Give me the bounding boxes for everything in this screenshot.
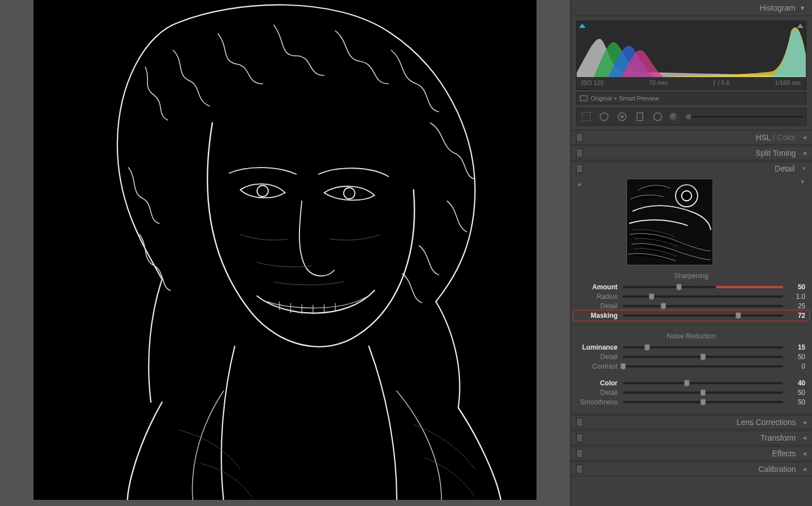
detail-slider[interactable] bbox=[623, 305, 783, 307]
sharpening-title: Sharpening bbox=[577, 272, 805, 280]
gradient-tool-icon[interactable] bbox=[634, 111, 646, 123]
histogram-header[interactable]: Histogram ▼ bbox=[571, 0, 812, 16]
detail-zoom-thumbnail[interactable] bbox=[626, 179, 713, 265]
smoothness-slider-row: Smoothness 50 bbox=[577, 398, 805, 406]
highlight-clip-icon[interactable] bbox=[797, 23, 804, 28]
image-preview[interactable] bbox=[34, 0, 536, 500]
masking-value[interactable]: 72 bbox=[789, 312, 805, 319]
color-detail-slider-row: Detail 50 bbox=[577, 389, 805, 397]
lens-corrections-label: Lens Corrections bbox=[583, 418, 799, 427]
exif-iso: ISO 125 bbox=[581, 79, 604, 86]
amount-value[interactable]: 50 bbox=[789, 283, 805, 291]
histogram[interactable]: ISO 125 70 mm ƒ / 5.6 1/160 sec bbox=[576, 21, 806, 90]
amount-label: Amount bbox=[577, 283, 618, 291]
radial-tool-icon[interactable] bbox=[652, 111, 664, 123]
calibration-label: Calibration bbox=[583, 465, 799, 474]
svg-point-6 bbox=[682, 191, 692, 201]
spot-tool-icon[interactable] bbox=[598, 111, 610, 123]
chevron-down-icon[interactable]: ▼ bbox=[800, 179, 805, 185]
panel-switch-icon[interactable] bbox=[576, 465, 583, 474]
contrast-label: Contrast bbox=[577, 362, 618, 370]
radius-label: Radius bbox=[577, 293, 618, 300]
detail-slider-value[interactable]: 25 bbox=[789, 302, 805, 310]
split-toning-header[interactable]: Split Toning ◀ bbox=[571, 146, 812, 160]
detail-slider-row: Detail 25 bbox=[577, 302, 805, 310]
amount-slider[interactable] bbox=[623, 286, 783, 288]
panel-switch-icon[interactable] bbox=[576, 418, 583, 427]
color-nr-slider-row: Color 40 bbox=[577, 379, 805, 387]
amount-red-fill bbox=[716, 286, 783, 288]
preview-status-bar[interactable]: Original + Smart Preview bbox=[576, 92, 806, 104]
brush-tool-icon[interactable] bbox=[669, 113, 677, 121]
contrast-value[interactable]: 0 bbox=[789, 362, 805, 370]
preview-icon bbox=[580, 96, 587, 101]
calibration-section: Calibration ◀ bbox=[571, 462, 812, 476]
detail-section: Detail ▼ ⌖ bbox=[571, 161, 812, 414]
exif-shutter: 1/160 sec bbox=[775, 79, 801, 86]
edge-detection-preview bbox=[34, 0, 536, 500]
amount-slider-row: Amount 50 bbox=[577, 283, 805, 291]
transform-section: Transform ◀ bbox=[571, 431, 812, 445]
smoothness-slider[interactable] bbox=[623, 401, 783, 403]
collapse-icon: ▼ bbox=[800, 5, 805, 11]
color-detail-value[interactable]: 50 bbox=[789, 389, 805, 397]
radius-value[interactable]: 1.0 bbox=[789, 293, 805, 300]
detail-target-icon[interactable]: ⌖ bbox=[577, 180, 582, 189]
chevron-left-icon: ◀ bbox=[802, 150, 806, 156]
panel-switch-icon[interactable] bbox=[576, 133, 583, 142]
transform-label: Transform bbox=[583, 433, 799, 442]
chevron-left-icon: ◀ bbox=[802, 135, 806, 140]
panel-switch-icon[interactable] bbox=[576, 164, 583, 173]
noise-reduction-title: Noise Reduction bbox=[577, 332, 805, 340]
svg-rect-4 bbox=[627, 179, 713, 265]
chevron-left-icon: ◀ bbox=[802, 435, 806, 441]
panel-switch-icon[interactable] bbox=[576, 433, 583, 442]
effects-label: Effects bbox=[583, 449, 799, 458]
contrast-slider-row: Contrast 0 bbox=[577, 362, 805, 370]
preview-label: Original + Smart Preview bbox=[591, 95, 659, 102]
chevron-left-icon: ◀ bbox=[802, 466, 806, 472]
radius-slider[interactable] bbox=[623, 295, 783, 298]
masking-label: Masking bbox=[577, 312, 618, 319]
color-nr-label: Color bbox=[577, 379, 618, 387]
masking-slider[interactable] bbox=[623, 314, 783, 317]
nr-detail-slider[interactable] bbox=[623, 356, 783, 358]
hsl-color-label: / Color bbox=[771, 133, 796, 142]
effects-header[interactable]: Effects ◀ bbox=[571, 447, 812, 460]
develop-right-panel: Histogram ▼ ISO 125 70 mm ƒ / 5.6 1/160 … bbox=[570, 0, 812, 506]
detail-label: Detail bbox=[583, 164, 798, 173]
contrast-slider[interactable] bbox=[623, 365, 783, 367]
mask-size-slider[interactable] bbox=[688, 116, 802, 118]
calibration-header[interactable]: Calibration ◀ bbox=[571, 462, 812, 476]
shadow-clip-icon[interactable] bbox=[579, 23, 586, 28]
nr-detail-value[interactable]: 50 bbox=[789, 353, 805, 361]
detail-header[interactable]: Detail ▼ bbox=[571, 162, 812, 175]
svg-rect-0 bbox=[34, 0, 536, 500]
chevron-left-icon: ◀ bbox=[802, 419, 806, 425]
color-nr-slider[interactable] bbox=[623, 382, 783, 384]
hsl-header[interactable]: HSL / Color ◀ bbox=[571, 131, 812, 144]
color-detail-slider[interactable] bbox=[623, 392, 783, 394]
redeye-tool-icon[interactable] bbox=[616, 111, 628, 123]
smoothness-value[interactable]: 50 bbox=[789, 398, 805, 406]
chevron-down-icon: ▼ bbox=[801, 166, 806, 171]
smoothness-label: Smoothness bbox=[577, 398, 618, 406]
detail-slider-label: Detail bbox=[577, 302, 618, 310]
radius-slider-row: Radius 1.0 bbox=[577, 293, 805, 300]
luminance-value[interactable]: 15 bbox=[789, 343, 805, 351]
histogram-title: Histogram bbox=[759, 3, 795, 12]
panel-switch-icon[interactable] bbox=[576, 149, 583, 157]
split-toning-section: Split Toning ◀ bbox=[571, 146, 812, 160]
transform-header[interactable]: Transform ◀ bbox=[571, 431, 812, 445]
panel-switch-icon[interactable] bbox=[576, 449, 583, 458]
hsl-section: HSL / Color ◀ bbox=[571, 130, 812, 145]
histogram-chart bbox=[577, 21, 806, 77]
lens-corrections-section: Lens Corrections ◀ bbox=[571, 415, 812, 429]
masking-slider-row: Masking 72 bbox=[577, 312, 805, 319]
main-canvas bbox=[0, 0, 570, 506]
luminance-slider[interactable] bbox=[623, 346, 783, 349]
crop-tool-icon[interactable] bbox=[580, 111, 592, 123]
lens-corrections-header[interactable]: Lens Corrections ◀ bbox=[571, 416, 812, 429]
luminance-label: Luminance bbox=[577, 343, 618, 351]
color-nr-value[interactable]: 40 bbox=[789, 379, 805, 387]
